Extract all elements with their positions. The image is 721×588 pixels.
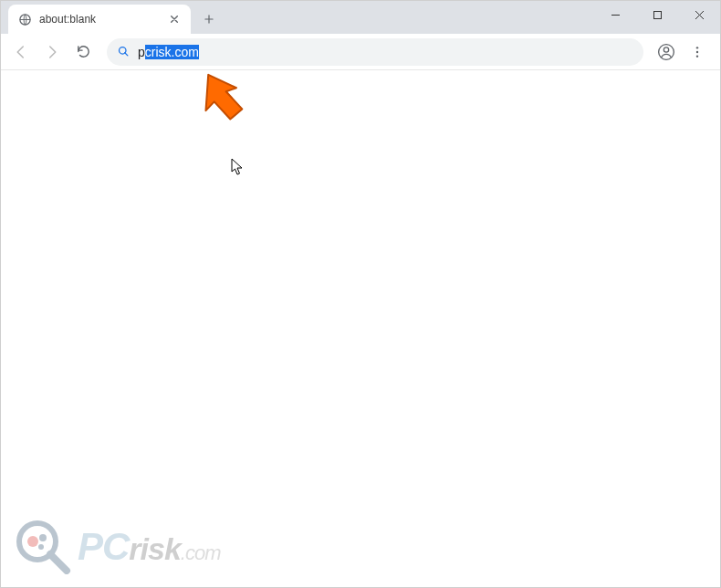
omnibox-typed: p — [138, 45, 145, 59]
svg-point-10 — [39, 534, 47, 541]
titlebar: about:blank — [1, 1, 720, 34]
extension-icon — [116, 45, 131, 59]
browser-window: about:blank — [0, 0, 721, 588]
profile-button[interactable] — [653, 38, 680, 66]
browser-tab[interactable]: about:blank — [8, 5, 191, 34]
window-controls — [594, 1, 720, 28]
svg-point-9 — [27, 536, 38, 547]
page-content — [1, 70, 720, 587]
minimize-button[interactable] — [594, 1, 636, 28]
new-tab-button[interactable] — [196, 6, 222, 32]
svg-point-6 — [696, 50, 698, 52]
back-button[interactable] — [6, 37, 36, 67]
magnifier-bug-icon — [14, 518, 72, 576]
menu-button[interactable] — [684, 38, 711, 66]
address-bar[interactable]: pcrisk.com — [107, 38, 643, 66]
omnibox-autocomplete: crisk.com — [145, 45, 199, 59]
svg-point-4 — [664, 47, 668, 51]
watermark-logo: PCrisk.com — [14, 518, 221, 576]
close-window-button[interactable] — [678, 1, 720, 28]
svg-rect-1 — [653, 11, 661, 18]
svg-point-5 — [696, 47, 698, 48]
forward-button[interactable] — [37, 37, 67, 67]
svg-point-7 — [696, 55, 698, 57]
maximize-button[interactable] — [636, 1, 678, 28]
reload-button[interactable] — [68, 37, 98, 67]
svg-point-11 — [38, 544, 44, 550]
watermark-text: PCrisk.com — [78, 525, 221, 569]
toolbar: pcrisk.com — [1, 34, 720, 70]
tab-close-button[interactable] — [167, 12, 182, 26]
toolbar-right — [653, 38, 715, 66]
globe-icon — [17, 12, 32, 26]
tab-title: about:blank — [39, 13, 167, 26]
